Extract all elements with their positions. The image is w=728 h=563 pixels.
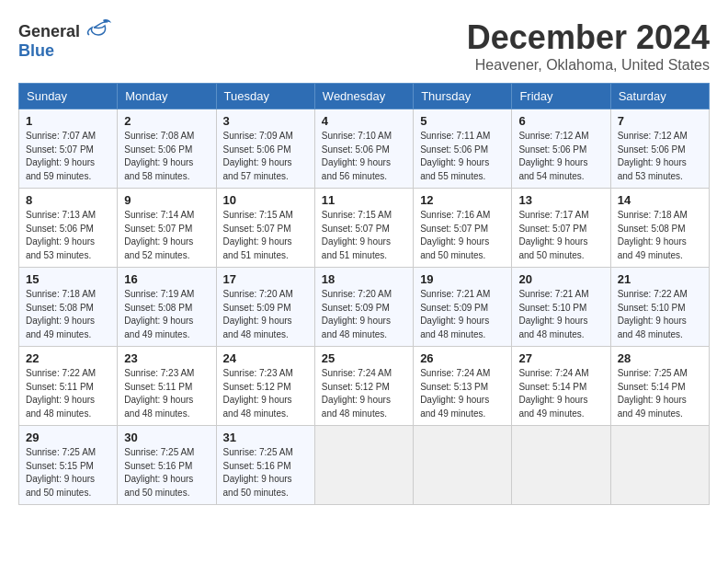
day-number: 21 [618, 272, 702, 286]
day-info: Sunrise: 7:09 AM Sunset: 5:06 PM Dayligh… [223, 130, 308, 183]
calendar-cell: 22Sunrise: 7:22 AM Sunset: 5:11 PM Dayli… [19, 347, 118, 426]
day-header-thursday: Thursday [414, 84, 512, 109]
day-info: Sunrise: 7:21 AM Sunset: 5:10 PM Dayligh… [518, 288, 603, 341]
day-number: 10 [223, 193, 308, 207]
day-number: 9 [124, 193, 209, 207]
day-info: Sunrise: 7:22 AM Sunset: 5:11 PM Dayligh… [26, 367, 110, 420]
calendar-cell: 26Sunrise: 7:24 AM Sunset: 5:13 PM Dayli… [414, 347, 512, 426]
day-number: 1 [26, 114, 110, 128]
day-info: Sunrise: 7:23 AM Sunset: 5:11 PM Dayligh… [124, 367, 209, 420]
calendar-cell: 20Sunrise: 7:21 AM Sunset: 5:10 PM Dayli… [512, 268, 610, 347]
day-info: Sunrise: 7:16 AM Sunset: 5:07 PM Dayligh… [420, 209, 505, 262]
title-block: December 2024 Heavener, Oklahoma, United… [467, 18, 710, 74]
day-header-saturday: Saturday [610, 84, 709, 109]
calendar-cell: 16Sunrise: 7:19 AM Sunset: 5:08 PM Dayli… [118, 268, 216, 347]
day-info: Sunrise: 7:11 AM Sunset: 5:06 PM Dayligh… [420, 130, 505, 183]
day-number: 15 [26, 272, 110, 286]
calendar-week-row: 8Sunrise: 7:13 AM Sunset: 5:06 PM Daylig… [19, 189, 710, 268]
logo-general: General [18, 22, 80, 40]
day-number: 23 [124, 351, 209, 365]
day-number: 27 [518, 351, 603, 365]
calendar-table: SundayMondayTuesdayWednesdayThursdayFrid… [18, 83, 710, 505]
day-number: 18 [322, 272, 406, 286]
calendar-cell: 29Sunrise: 7:25 AM Sunset: 5:15 PM Dayli… [19, 426, 118, 505]
day-info: Sunrise: 7:18 AM Sunset: 5:08 PM Dayligh… [26, 288, 110, 341]
calendar-cell: 23Sunrise: 7:23 AM Sunset: 5:11 PM Dayli… [118, 347, 216, 426]
day-info: Sunrise: 7:10 AM Sunset: 5:06 PM Dayligh… [322, 130, 406, 183]
calendar-cell: 28Sunrise: 7:25 AM Sunset: 5:14 PM Dayli… [610, 347, 709, 426]
day-info: Sunrise: 7:23 AM Sunset: 5:12 PM Dayligh… [223, 367, 308, 420]
calendar-week-row: 15Sunrise: 7:18 AM Sunset: 5:08 PM Dayli… [19, 268, 710, 347]
day-number: 4 [322, 114, 406, 128]
calendar-cell: 31Sunrise: 7:25 AM Sunset: 5:16 PM Dayli… [216, 426, 314, 505]
day-number: 6 [518, 114, 603, 128]
day-number: 19 [420, 272, 505, 286]
calendar-cell [414, 426, 512, 505]
day-number: 30 [124, 431, 209, 444]
day-number: 8 [26, 193, 110, 207]
day-number: 26 [420, 351, 505, 365]
day-info: Sunrise: 7:25 AM Sunset: 5:14 PM Dayligh… [618, 367, 702, 420]
day-number: 14 [618, 193, 702, 207]
month-title: December 2024 [467, 18, 710, 57]
day-info: Sunrise: 7:18 AM Sunset: 5:08 PM Dayligh… [618, 209, 702, 262]
day-info: Sunrise: 7:14 AM Sunset: 5:07 PM Dayligh… [124, 209, 209, 262]
day-number: 25 [322, 351, 406, 365]
day-info: Sunrise: 7:25 AM Sunset: 5:15 PM Dayligh… [26, 446, 110, 500]
logo-bird-icon [85, 18, 112, 37]
calendar-cell: 11Sunrise: 7:15 AM Sunset: 5:07 PM Dayli… [314, 189, 413, 268]
logo: General Blue [18, 18, 112, 61]
calendar-cell: 4Sunrise: 7:10 AM Sunset: 5:06 PM Daylig… [314, 109, 413, 189]
calendar-cell: 25Sunrise: 7:24 AM Sunset: 5:12 PM Dayli… [314, 347, 413, 426]
calendar-cell [512, 426, 610, 505]
day-info: Sunrise: 7:19 AM Sunset: 5:08 PM Dayligh… [124, 288, 209, 341]
day-header-wednesday: Wednesday [314, 84, 413, 109]
location-title: Heavener, Oklahoma, United States [467, 57, 710, 74]
day-info: Sunrise: 7:17 AM Sunset: 5:07 PM Dayligh… [518, 209, 603, 262]
calendar-cell: 5Sunrise: 7:11 AM Sunset: 5:06 PM Daylig… [414, 109, 512, 189]
calendar-cell: 9Sunrise: 7:14 AM Sunset: 5:07 PM Daylig… [118, 189, 216, 268]
day-header-sunday: Sunday [19, 84, 118, 109]
calendar-cell [314, 426, 413, 505]
calendar-cell: 3Sunrise: 7:09 AM Sunset: 5:06 PM Daylig… [216, 109, 314, 189]
calendar-cell: 18Sunrise: 7:20 AM Sunset: 5:09 PM Dayli… [314, 268, 413, 347]
day-number: 5 [420, 114, 505, 128]
day-info: Sunrise: 7:25 AM Sunset: 5:16 PM Dayligh… [223, 446, 308, 500]
day-info: Sunrise: 7:15 AM Sunset: 5:07 PM Dayligh… [223, 209, 308, 262]
day-number: 12 [420, 193, 505, 207]
calendar-week-row: 29Sunrise: 7:25 AM Sunset: 5:15 PM Dayli… [19, 426, 710, 505]
day-info: Sunrise: 7:08 AM Sunset: 5:06 PM Dayligh… [124, 130, 209, 183]
day-number: 24 [223, 351, 308, 365]
day-info: Sunrise: 7:22 AM Sunset: 5:10 PM Dayligh… [618, 288, 702, 341]
calendar-cell: 2Sunrise: 7:08 AM Sunset: 5:06 PM Daylig… [118, 109, 216, 189]
calendar-cell: 19Sunrise: 7:21 AM Sunset: 5:09 PM Dayli… [414, 268, 512, 347]
calendar-cell: 21Sunrise: 7:22 AM Sunset: 5:10 PM Dayli… [610, 268, 709, 347]
calendar-cell: 6Sunrise: 7:12 AM Sunset: 5:06 PM Daylig… [512, 109, 610, 189]
day-info: Sunrise: 7:20 AM Sunset: 5:09 PM Dayligh… [322, 288, 406, 341]
day-header-monday: Monday [118, 84, 216, 109]
day-info: Sunrise: 7:07 AM Sunset: 5:07 PM Dayligh… [26, 130, 110, 183]
day-info: Sunrise: 7:24 AM Sunset: 5:14 PM Dayligh… [518, 367, 603, 420]
day-header-friday: Friday [512, 84, 610, 109]
day-info: Sunrise: 7:12 AM Sunset: 5:06 PM Dayligh… [518, 130, 603, 183]
page-header: General Blue December 2024 Heavener, Okl… [18, 18, 710, 74]
calendar-cell: 17Sunrise: 7:20 AM Sunset: 5:09 PM Dayli… [216, 268, 314, 347]
calendar-cell: 15Sunrise: 7:18 AM Sunset: 5:08 PM Dayli… [19, 268, 118, 347]
day-number: 28 [618, 351, 702, 365]
calendar-cell: 8Sunrise: 7:13 AM Sunset: 5:06 PM Daylig… [19, 189, 118, 268]
calendar-cell: 12Sunrise: 7:16 AM Sunset: 5:07 PM Dayli… [414, 189, 512, 268]
calendar-header-row: SundayMondayTuesdayWednesdayThursdayFrid… [19, 84, 710, 109]
calendar-cell: 24Sunrise: 7:23 AM Sunset: 5:12 PM Dayli… [216, 347, 314, 426]
calendar-cell: 1Sunrise: 7:07 AM Sunset: 5:07 PM Daylig… [19, 109, 118, 189]
day-number: 22 [26, 351, 110, 365]
day-number: 31 [223, 431, 308, 444]
day-info: Sunrise: 7:20 AM Sunset: 5:09 PM Dayligh… [223, 288, 308, 341]
calendar-cell: 10Sunrise: 7:15 AM Sunset: 5:07 PM Dayli… [216, 189, 314, 268]
calendar-cell: 27Sunrise: 7:24 AM Sunset: 5:14 PM Dayli… [512, 347, 610, 426]
calendar-cell [610, 426, 709, 505]
logo-blue-text: Blue [18, 41, 54, 60]
calendar-week-row: 1Sunrise: 7:07 AM Sunset: 5:07 PM Daylig… [19, 109, 710, 189]
day-number: 7 [618, 114, 702, 128]
day-number: 17 [223, 272, 308, 286]
day-header-tuesday: Tuesday [216, 84, 314, 109]
